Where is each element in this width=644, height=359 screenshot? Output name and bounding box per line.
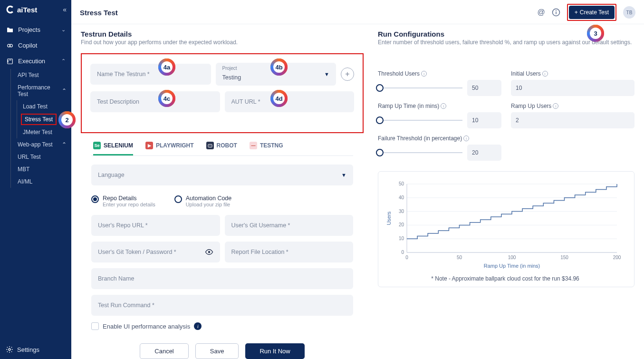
svg-text:0: 0 — [401, 250, 404, 255]
sidebar-item-label: Copilot — [18, 42, 37, 49]
svg-text:40: 40 — [399, 195, 404, 200]
radio-repo-details[interactable]: Repo Details Enter your repo details — [91, 195, 155, 207]
sidebar-item-projects[interactable]: Projects ⌄ — [0, 22, 71, 38]
sidebar-item-copilot[interactable]: Copilot — [0, 38, 71, 53]
svg-text:100: 100 — [508, 255, 516, 260]
ramp-users-value: 2 — [511, 112, 634, 128]
create-test-highlight: + Create Test — [567, 4, 616, 21]
svg-text:50: 50 — [399, 181, 404, 186]
sidebar-item-performance-test[interactable]: Performance Test ⌃ — [11, 81, 71, 100]
annotation-3: 3 — [588, 26, 603, 40]
info-icon[interactable] — [552, 8, 560, 17]
ramp-time-slider[interactable]: 10 — [378, 112, 501, 128]
radio-sublabel: Enter your repo details — [103, 202, 155, 207]
run-now-button[interactable]: Run It Now — [245, 343, 304, 359]
info-icon[interactable]: i — [463, 136, 469, 141]
sidebar-item-stress-test[interactable]: Stress Test — [21, 114, 57, 125]
test-run-command-input[interactable] — [91, 295, 353, 316]
initial-users-value: 10 — [511, 80, 634, 96]
eye-icon[interactable] — [205, 248, 213, 256]
sidebar-item-url-test[interactable]: URL Test — [11, 151, 71, 163]
svg-text:20: 20 — [399, 222, 404, 227]
cancel-button[interactable]: Cancel — [140, 343, 188, 359]
framework-tabs: Se SELENIUM ▶ PLAYWRIGHT ROBOT — — [91, 142, 353, 156]
tab-testng[interactable]: — TESTNG — [250, 142, 283, 155]
git-token-input[interactable] — [91, 242, 220, 262]
testrun-form-highlight: Project ▼ + — [81, 53, 364, 133]
svg-text:50: 50 — [457, 255, 462, 260]
svg-text:10: 10 — [399, 236, 404, 241]
repo-url-input[interactable] — [91, 215, 220, 236]
sidebar-item-load-test[interactable]: Load Test — [17, 100, 71, 113]
enable-ui-perf-checkbox[interactable]: Enable UI performance analysis i — [91, 322, 353, 330]
info-icon[interactable]: i — [421, 71, 427, 77]
info-icon[interactable]: i — [542, 71, 548, 77]
checkbox-label: Enable UI performance analysis — [103, 323, 190, 330]
plus-icon: + — [575, 9, 578, 16]
svg-rect-2 — [8, 58, 13, 64]
gear-icon — [6, 346, 13, 353]
chevron-up-icon: ⌃ — [62, 87, 67, 94]
create-test-button[interactable]: + Create Test — [569, 6, 615, 19]
radio-automation-code[interactable]: Automation Code Upload your zip file — [174, 195, 232, 207]
sidebar-item-api-test[interactable]: API Test — [11, 69, 71, 81]
threshold-users-value: 50 — [467, 80, 501, 96]
tab-label: ROBOT — [217, 142, 237, 149]
logo: aiTest « — [0, 0, 71, 18]
info-icon[interactable]: i — [553, 103, 558, 109]
sidebar-item-label: Performance Test — [18, 84, 62, 97]
report-file-input[interactable] — [225, 242, 354, 262]
avatar[interactable]: TB — [623, 6, 635, 19]
radio-icon — [174, 195, 182, 203]
checkbox-icon — [91, 322, 99, 330]
sidebar-item-mbt[interactable]: MBT — [11, 163, 71, 175]
svg-text:Ramp Up Time (in mins): Ramp Up Time (in mins) — [484, 263, 540, 269]
svg-text:150: 150 — [560, 255, 568, 260]
tab-selenium[interactable]: Se SELENIUM — [93, 142, 133, 155]
left-section-title: Testrun Details — [81, 30, 364, 38]
annotation-4d: 4d — [272, 91, 286, 106]
project-label: Project — [222, 66, 237, 71]
radio-icon — [91, 195, 99, 203]
git-username-input[interactable] — [225, 215, 354, 236]
selenium-icon: Se — [93, 142, 101, 149]
sidebar-item-label: Projects — [18, 26, 40, 33]
sidebar-item-web-app-test[interactable]: Web-app Test ⌃ — [11, 138, 71, 151]
page-title: Stress Test — [80, 9, 118, 17]
save-button[interactable]: Save — [195, 343, 239, 359]
test-description-input[interactable] — [90, 91, 220, 112]
header: Stress Test @ + Create Test TB — [71, 0, 644, 24]
sidebar-item-label: Web-app Test — [18, 141, 53, 148]
svg-text:200: 200 — [613, 255, 621, 260]
sidebar-item-jmeter-test[interactable]: JMeter Test — [17, 126, 71, 138]
language-select[interactable] — [91, 165, 353, 185]
svg-point-6 — [556, 10, 557, 11]
sidebar-item-execution[interactable]: Execution ⌃ — [0, 53, 71, 69]
info-icon[interactable]: i — [194, 322, 202, 330]
tab-robot[interactable]: ROBOT — [206, 142, 237, 155]
failure-threshold-label: Failure Threshold (in percentage) — [378, 135, 462, 142]
testrun-name-input[interactable] — [90, 64, 211, 85]
annotation-4a: 4a — [160, 60, 174, 74]
info-icon[interactable]: i — [441, 103, 446, 109]
aut-url-input[interactable] — [225, 91, 355, 112]
brand-name: aiTest — [17, 6, 37, 14]
add-project-button[interactable]: + — [341, 68, 354, 81]
robot-icon — [206, 142, 214, 149]
sidebar-item-settings[interactable]: Settings — [0, 340, 71, 359]
svg-point-9 — [210, 146, 211, 146]
svg-text:0: 0 — [405, 255, 408, 260]
failure-threshold-slider[interactable]: 20 — [378, 145, 501, 161]
threshold-users-slider[interactable]: 50 — [378, 80, 501, 96]
tab-playwright[interactable]: ▶ PLAYWRIGHT — [145, 142, 194, 155]
branch-name-input[interactable] — [91, 268, 353, 289]
svg-point-8 — [209, 146, 210, 146]
at-icon[interactable]: @ — [538, 8, 545, 17]
sidebar-collapse-icon[interactable]: « — [63, 6, 67, 13]
svg-point-10 — [208, 251, 210, 253]
svg-text:30: 30 — [399, 209, 404, 214]
annotation-4c: 4c — [160, 91, 174, 106]
sidebar-item-ai-ml[interactable]: AI/ML — [11, 175, 71, 188]
sidebar-item-label: Execution — [18, 58, 45, 65]
chevron-up-icon: ⌃ — [61, 58, 66, 64]
